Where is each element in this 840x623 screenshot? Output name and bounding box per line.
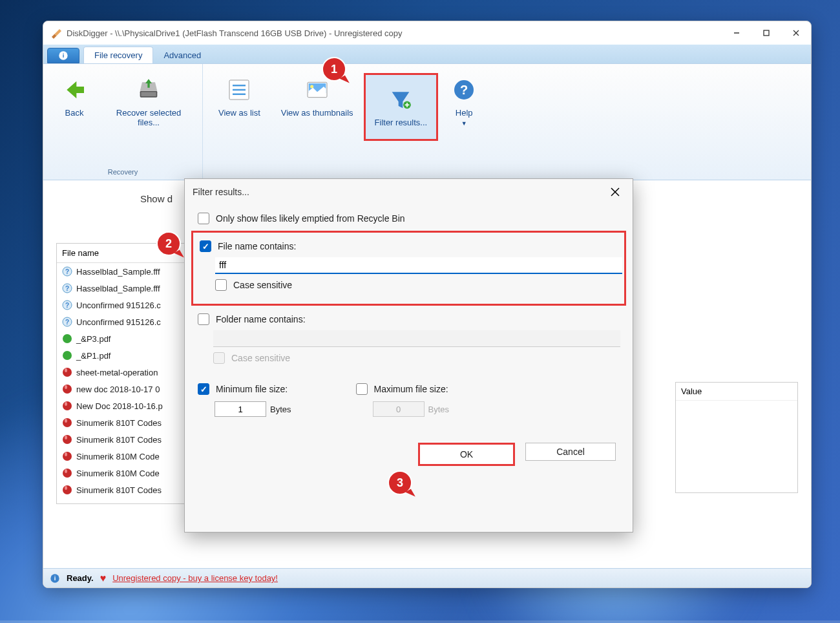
file-name: new doc 2018-10-17 0: [76, 385, 160, 394]
cancel-button[interactable]: Cancel: [525, 443, 616, 461]
max-size-unit: Bytes: [428, 405, 450, 414]
svg-rect-1: [764, 30, 769, 36]
help-icon: ?: [451, 77, 477, 103]
filename-case-sensitive-label: Case sensitive: [233, 280, 292, 290]
info-icon: i: [58, 50, 68, 61]
svg-point-44: [63, 485, 72, 494]
svg-point-39: [65, 436, 67, 439]
recovery-group-label: Recovery: [108, 168, 138, 176]
svg-point-37: [65, 419, 67, 423]
view-list-label: View as list: [218, 108, 260, 118]
svg-point-42: [63, 469, 72, 478]
filter-results-button[interactable]: Filter results...: [364, 73, 439, 141]
help-button[interactable]: ? Help▼: [438, 73, 490, 131]
min-size-input[interactable]: [215, 401, 266, 417]
file-name: Sinumerik 810M Code: [76, 452, 160, 461]
thumbnail-icon: [304, 77, 330, 103]
callout-2: 2: [156, 231, 181, 256]
back-button[interactable]: Back: [48, 73, 100, 121]
hard-drive-icon: [136, 77, 162, 103]
properties-panel: Value: [675, 382, 798, 493]
filename-filter-section: File name contains: Case sensitive: [191, 231, 626, 306]
funnel-icon: [388, 87, 414, 112]
svg-point-30: [63, 368, 72, 377]
filename-contains-input[interactable]: [215, 257, 622, 274]
file-name: sheet-metal-operation: [76, 368, 158, 377]
recycle-bin-label: Only show files likely emptied from Recy…: [216, 213, 405, 224]
file-name: _&P1.pdf: [76, 351, 111, 361]
file-name: Sinumerik 810T Codes: [76, 418, 162, 428]
file-name: Unconfirmed 915126.c: [76, 301, 161, 310]
max-size-checkbox[interactable]: [356, 383, 368, 395]
titlebar: DiskDigger - \\.\PhysicalDrive1 (JetFlas…: [43, 21, 811, 45]
taskbar: [0, 620, 840, 623]
tab-file-recovery[interactable]: File recovery: [83, 47, 153, 63]
folder-contains-input: [213, 330, 620, 347]
svg-point-43: [65, 469, 67, 473]
svg-point-33: [65, 385, 67, 389]
min-size-checkbox[interactable]: [198, 383, 209, 395]
status-ready: Ready.: [67, 573, 94, 583]
file-name: Hasselblad_Sample.fff: [76, 284, 160, 293]
toolbar: Back Recover selected files... Recovery …: [43, 64, 811, 180]
svg-text:i: i: [63, 52, 65, 59]
svg-point-36: [63, 418, 72, 427]
file-name: Hasselblad_Sample.fff: [76, 267, 160, 277]
svg-point-31: [65, 368, 67, 372]
buy-license-link[interactable]: Unregistered copy - buy a license key to…: [112, 573, 278, 583]
maximize-button[interactable]: [751, 21, 781, 45]
recover-files-button[interactable]: Recover selected files...: [100, 73, 197, 131]
value-column-header[interactable]: Value: [676, 383, 797, 401]
back-label: Back: [65, 108, 84, 118]
svg-point-28: [63, 334, 72, 343]
folder-case-sensitive-checkbox: [213, 352, 225, 364]
svg-text:?: ?: [65, 319, 69, 326]
svg-text:?: ?: [65, 302, 69, 309]
file-name: Sinumerik 810T Codes: [76, 435, 162, 445]
svg-point-45: [65, 486, 67, 490]
dialog-title: Filter results...: [193, 187, 249, 197]
file-name: New Doc 2018-10-16.p: [76, 401, 163, 411]
heart-icon: ♥: [100, 573, 107, 584]
filename-contains-checkbox[interactable]: [200, 240, 211, 252]
window-title: DiskDigger - \\.\PhysicalDrive1 (JetFlas…: [67, 28, 722, 38]
svg-point-32: [63, 385, 72, 394]
folder-case-sensitive-label: Case sensitive: [231, 353, 290, 363]
close-button[interactable]: [781, 21, 811, 45]
view-as-list-button[interactable]: View as list: [208, 73, 271, 121]
help-label: Help▼: [456, 108, 473, 127]
callout-3: 3: [388, 470, 412, 495]
svg-point-29: [63, 351, 72, 360]
svg-text:i: i: [54, 575, 56, 582]
max-size-input: [373, 401, 425, 417]
svg-point-34: [63, 401, 72, 410]
recycle-bin-checkbox[interactable]: [198, 213, 209, 224]
ribbon-tabs: i File recovery Advanced: [43, 45, 811, 64]
folder-contains-label: Folder name contains:: [216, 314, 306, 324]
folder-contains-checkbox[interactable]: [198, 313, 209, 325]
dialog-close-button[interactable]: [605, 182, 625, 202]
info-icon: i: [50, 573, 60, 584]
file-name: Unconfirmed 915126.c: [76, 317, 161, 327]
tab-advanced[interactable]: Advanced: [153, 47, 211, 63]
view-thumbs-label: View as thumbnails: [281, 108, 353, 118]
close-icon: [611, 187, 620, 196]
minimize-button[interactable]: [722, 21, 751, 45]
min-size-label: Minimum file size:: [216, 384, 288, 394]
file-name: _&P3.pdf: [76, 334, 111, 344]
statusbar: i Ready. ♥ Unregistered copy - buy a lic…: [43, 568, 811, 587]
filename-case-sensitive-checkbox[interactable]: [215, 279, 227, 291]
file-name: Sinumerik 810T Codes: [76, 485, 162, 495]
min-size-unit: Bytes: [270, 405, 291, 414]
ribbon-info-button[interactable]: i: [47, 48, 79, 63]
back-arrow-icon: [61, 77, 87, 103]
ok-button[interactable]: OK: [418, 443, 515, 466]
svg-point-38: [63, 435, 72, 444]
svg-text:?: ?: [460, 83, 468, 97]
svg-text:?: ?: [65, 268, 69, 275]
svg-point-40: [63, 452, 72, 461]
filename-contains-label: File name contains:: [218, 241, 296, 251]
filter-label: Filter results...: [375, 118, 428, 127]
recover-label: Recover selected files...: [110, 108, 187, 127]
view-as-thumbnails-button[interactable]: View as thumbnails: [271, 73, 364, 121]
